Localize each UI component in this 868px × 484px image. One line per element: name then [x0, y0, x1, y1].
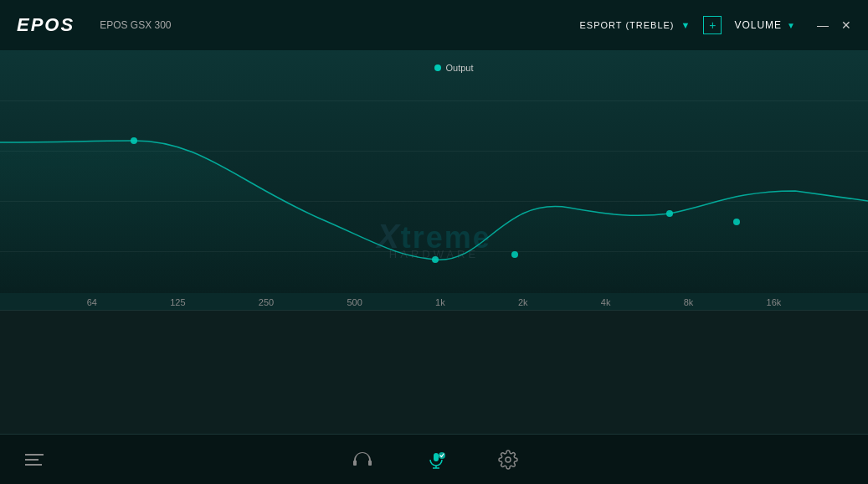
- speaker-icon: [424, 450, 448, 470]
- svg-rect-6: [368, 461, 372, 466]
- close-button[interactable]: ✕: [841, 18, 851, 32]
- svg-rect-7: [434, 453, 439, 461]
- menu-icon[interactable]: [25, 454, 44, 466]
- app-logo: EPOS: [17, 14, 74, 36]
- frequency-labels: 64 125 250 500 1k 2k 4k 8k 16k: [0, 297, 868, 307]
- preset-label: ESPORT (TREBLE): [580, 20, 675, 30]
- menu-line-3: [25, 464, 42, 466]
- taskbar-center: [351, 450, 518, 470]
- freq-64: 64: [87, 297, 97, 307]
- volume-label: VOLUME: [734, 19, 782, 31]
- volume-selector[interactable]: VOLUME ▼: [734, 19, 796, 31]
- svg-point-1: [432, 256, 439, 263]
- settings-icon: [498, 450, 518, 470]
- taskbar-left: [25, 454, 44, 466]
- header-right: ESPORT (TREBLE) ▼ + VOLUME ▼ — ✕: [580, 16, 852, 34]
- menu-line-1: [25, 454, 44, 456]
- volume-dropdown-arrow: ▼: [787, 21, 796, 30]
- bottom-panel: MIC. OPTIONS ? MODIFY AND ADJUST MUTE MI…: [0, 310, 868, 448]
- app-header: EPOS EPOS GSX 300 ESPORT (TREBLE) ▼ + VO…: [0, 0, 868, 50]
- eq-area: Output Xtreme HARDWARE: [0, 50, 868, 293]
- freq-2k: 2k: [518, 297, 528, 307]
- device-name: EPOS GSX 300: [100, 19, 171, 31]
- freq-16k: 16k: [767, 297, 782, 307]
- headphone-icon: [351, 450, 374, 470]
- eq-curve: [0, 50, 868, 293]
- svg-point-4: [733, 219, 740, 225]
- svg-point-0: [131, 137, 137, 144]
- freq-500: 500: [347, 297, 362, 307]
- menu-line-2: [25, 459, 39, 461]
- svg-rect-5: [353, 461, 357, 466]
- svg-point-2: [511, 251, 518, 258]
- taskbar-headphone-button[interactable]: [351, 450, 374, 470]
- minimize-button[interactable]: —: [817, 18, 829, 32]
- svg-point-3: [666, 210, 673, 217]
- preset-dropdown-arrow: ▼: [681, 20, 691, 30]
- freq-125: 125: [170, 297, 185, 307]
- freq-8k: 8k: [684, 297, 694, 307]
- taskbar-speaker-button[interactable]: [424, 450, 448, 470]
- freq-250: 250: [259, 297, 274, 307]
- freq-1k: 1k: [435, 297, 445, 307]
- window-controls: — ✕: [817, 18, 851, 32]
- add-preset-button[interactable]: +: [703, 16, 722, 34]
- taskbar: [0, 434, 868, 484]
- preset-selector[interactable]: ESPORT (TREBLE) ▼: [580, 20, 691, 30]
- taskbar-settings-button[interactable]: [498, 450, 518, 470]
- freq-4k: 4k: [601, 297, 611, 307]
